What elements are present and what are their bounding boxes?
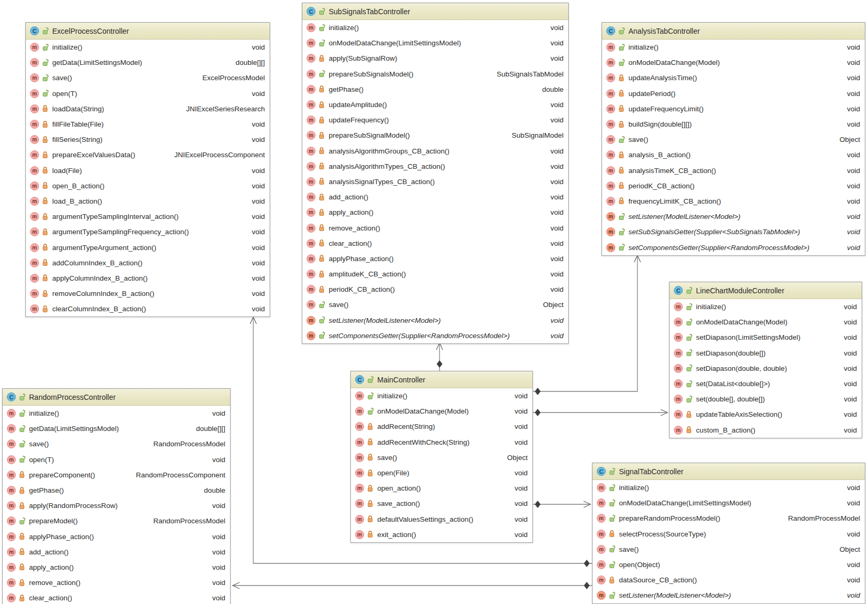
method-row[interactable]: mupdateFrequency()void xyxy=(302,112,568,128)
connector-SignalTabController-to-RandomProcessController[interactable] xyxy=(233,582,592,589)
method-row[interactable]: margumentTypeSamplingInterval_action()vo… xyxy=(26,209,270,224)
method-row[interactable]: mcustom_B_action()void xyxy=(670,423,862,438)
method-row[interactable]: minitialize()void xyxy=(26,40,270,55)
method-row[interactable]: mset(double[], double[])void xyxy=(670,391,862,407)
method-row[interactable]: mapply_action()void xyxy=(3,560,230,575)
method-row[interactable]: mfrequencyLimitK_CB_action()void xyxy=(602,194,865,209)
method-row[interactable]: mremove_action()void xyxy=(302,220,568,235)
method-row[interactable]: msetDiapason(LimitSettingsModel)void xyxy=(670,330,862,345)
method-row[interactable]: mupdatePeriod()void xyxy=(602,86,865,101)
method-row[interactable]: monModelDataChange(LimitSettingsModel)vo… xyxy=(302,35,568,51)
method-row[interactable]: margumentTypeSamplingFrequency_action()v… xyxy=(26,224,270,239)
method-row[interactable]: mgetPhase()double xyxy=(3,483,230,498)
class-header[interactable]: C SignalTabController xyxy=(593,463,865,480)
method-row[interactable]: mfillFileTable(File)void xyxy=(26,117,270,132)
method-row[interactable]: mload_B_action()void xyxy=(26,194,270,209)
method-row[interactable]: msave_action()void xyxy=(351,496,532,511)
method-row[interactable]: msetListener(ModelListener<Model>)void xyxy=(593,588,865,603)
class-header[interactable]: C SubSignalsTabController xyxy=(302,3,568,20)
method-row[interactable]: mapplyPhase_action()void xyxy=(302,251,568,266)
method-row[interactable]: maddRecentWithCheck(String)void xyxy=(351,435,532,450)
method-row[interactable]: mclearColumnIndex_B_action()void xyxy=(26,301,270,317)
method-row[interactable]: mprepareSubSignalModel()SubSignalModel xyxy=(302,128,568,143)
method-row[interactable]: mopen(T)void xyxy=(3,452,230,467)
method-row[interactable]: mgetData(LimitSettingsModel)double[][] xyxy=(3,421,230,436)
method-row[interactable]: msave()Object xyxy=(602,132,865,147)
method-row[interactable]: monModelDataChange(LimitSettingsModel)vo… xyxy=(593,495,865,511)
method-row[interactable]: msave()ExcelProcessModel xyxy=(26,70,270,85)
class-header[interactable]: C RandomProcessController xyxy=(3,389,230,406)
method-row[interactable]: maddColumnIndex_B_action()void xyxy=(26,255,270,271)
class-box-excelprocesscontroller[interactable]: C ExcelProcessController minitialize()vo… xyxy=(25,22,270,317)
method-row[interactable]: manalysisTimeK_CB_action()void xyxy=(602,163,865,178)
method-row[interactable]: mload(File)void xyxy=(26,163,270,178)
method-row[interactable]: mprepareSubSignalsModel()SubSignalsTabMo… xyxy=(302,66,568,82)
method-row[interactable]: mperiodK_CB_action()void xyxy=(302,282,568,297)
class-header[interactable]: C AnalysisTabController xyxy=(602,23,865,40)
method-row[interactable]: minitialize()void xyxy=(602,40,865,55)
method-row[interactable]: mgetPhase()double xyxy=(302,82,568,97)
class-box-maincontroller[interactable]: C MainController minitialize()voidmonMod… xyxy=(350,371,533,543)
method-row[interactable]: mremove_action()void xyxy=(3,575,230,590)
method-row[interactable]: mopen(File)void xyxy=(351,465,532,481)
method-row[interactable]: mremoveColumnIndex_B_action()void xyxy=(26,286,270,301)
method-row[interactable]: mperiodK_CB_action()void xyxy=(602,178,865,194)
method-row[interactable]: manalysisSignalTypes_CB_action()void xyxy=(302,174,568,189)
method-row[interactable]: msetSubSignalsGetter(Supplier<SubSignals… xyxy=(602,224,865,239)
method-row[interactable]: margumentTypeArgument_action()void xyxy=(26,239,270,255)
method-row[interactable]: msetComponentsGetter(Supplier<RandomProc… xyxy=(602,239,865,255)
method-row[interactable]: mupdateAnalysisTime()void xyxy=(602,70,865,85)
method-row[interactable]: mopen(T)void xyxy=(26,86,270,101)
method-row[interactable]: minitialize()void xyxy=(302,20,568,35)
method-row[interactable]: msave()Object xyxy=(351,450,532,465)
class-box-subsignalstabcontroller[interactable]: C SubSignalsTabController minitialize()v… xyxy=(302,3,569,344)
connector-MainController-to-LineChartModuleController[interactable] xyxy=(533,409,667,416)
method-row[interactable]: minitialize()void xyxy=(670,299,862,314)
class-box-signaltabcontroller[interactable]: C SignalTabController minitialize()voidm… xyxy=(592,463,865,604)
connector-MainController-to-SignalTabController[interactable] xyxy=(533,501,590,508)
method-row[interactable]: mupdateFrequencyLimit()void xyxy=(602,101,865,117)
method-row[interactable]: monModelDataChange(Model)void xyxy=(670,314,862,330)
method-row[interactable]: mexit_action()void xyxy=(351,527,532,542)
method-row[interactable]: msetDiapason(double[])void xyxy=(670,346,862,361)
class-header[interactable]: C MainController xyxy=(351,371,532,388)
method-row[interactable]: mset(DataList<double[]>)void xyxy=(670,376,862,391)
class-box-randomprocesscontroller[interactable]: C RandomProcessController minitialize()v… xyxy=(2,388,231,604)
method-row[interactable]: mprepareModel()RandomProcessModel xyxy=(3,513,230,529)
method-row[interactable]: mapplyColumnIndex_B_action()void xyxy=(26,271,270,286)
class-box-analysistabcontroller[interactable]: C AnalysisTabController minitialize()voi… xyxy=(602,22,865,256)
method-row[interactable]: monModelDataChange(Model)void xyxy=(351,404,532,419)
method-row[interactable]: mdefaultValuesSettings_action()void xyxy=(351,512,532,527)
method-row[interactable]: mloadData(String)JNIExcelSeriesResearch xyxy=(26,101,270,117)
method-row[interactable]: manalysisAlgorithmGroups_CB_action()void xyxy=(302,143,568,159)
method-row[interactable]: manalysisAlgorithmTypes_CB_action()void xyxy=(302,159,568,174)
method-row[interactable]: msave()Object xyxy=(302,297,568,312)
method-row[interactable]: msetDiapason(double, double)void xyxy=(670,361,862,376)
method-row[interactable]: minitialize()void xyxy=(351,388,532,404)
class-header[interactable]: C ExcelProcessController xyxy=(26,23,270,40)
method-row[interactable]: maddRecent(String)void xyxy=(351,419,532,434)
method-row[interactable]: msave()Object xyxy=(593,542,865,557)
method-row[interactable]: mopen_B_action()void xyxy=(26,178,270,194)
class-header[interactable]: C LineChartModuleController xyxy=(670,282,862,299)
method-row[interactable]: mprepareExcelValuesData()JNIExcelProcess… xyxy=(26,147,270,162)
method-row[interactable]: mclear_action()void xyxy=(3,590,230,604)
method-row[interactable]: mupdateTableAxisSelection()void xyxy=(670,407,862,422)
method-row[interactable]: mclear_action()void xyxy=(302,236,568,251)
method-row[interactable]: msave()RandomProcessModel xyxy=(3,436,230,452)
class-box-linechartmodulecontroller[interactable]: C LineChartModuleController minitialize(… xyxy=(669,282,862,438)
method-row[interactable]: madd_action()void xyxy=(3,544,230,560)
method-row[interactable]: monModelDataChange(Model)void xyxy=(602,55,865,70)
method-row[interactable]: mopen(Object)void xyxy=(593,557,865,572)
method-row[interactable]: mapply_action()void xyxy=(302,205,568,220)
method-row[interactable]: madd_action()void xyxy=(302,189,568,205)
method-row[interactable]: mprepareRandomProcessModel()RandomProces… xyxy=(593,511,865,526)
method-row[interactable]: mapply(RandomProcessRow)void xyxy=(3,498,230,513)
method-row[interactable]: mapplyPhase_action()void xyxy=(3,529,230,544)
method-row[interactable]: msetListener(ModelListener<Model>)void xyxy=(302,313,568,328)
method-row[interactable]: mprepareComponent()RandomProcessComponen… xyxy=(3,467,230,483)
method-row[interactable]: msetListener(ModelListener<Model>)void xyxy=(602,209,865,224)
method-row[interactable]: mbuildSign(double[][])void xyxy=(602,117,865,132)
method-row[interactable]: mgetData(LimitSettingsModel)double[][] xyxy=(26,55,270,70)
method-row[interactable]: mselectProcess(SourceType)void xyxy=(593,526,865,542)
